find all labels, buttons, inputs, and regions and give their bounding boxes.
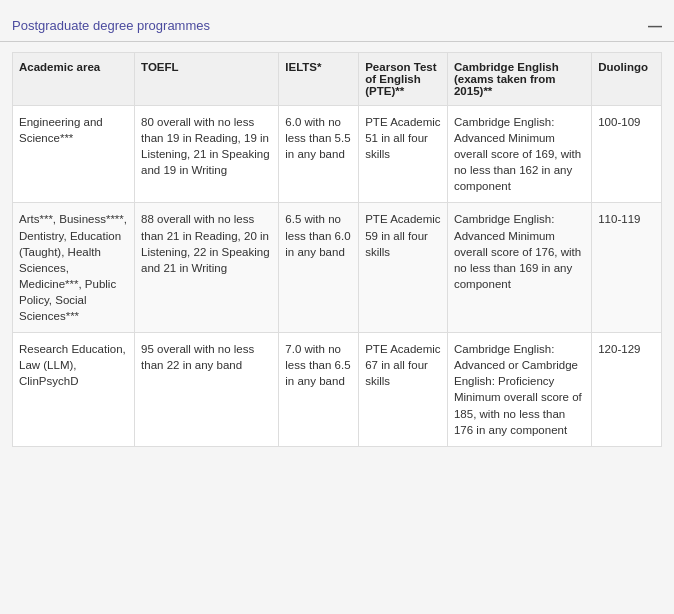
cell-ielts: 7.0 with no less than 6.5 in any band xyxy=(279,333,359,447)
table-header-row: Academic area TOEFL IELTS* Pearson Test … xyxy=(13,53,662,106)
cell-ielts: 6.0 with no less than 5.5 in any band xyxy=(279,106,359,203)
table-row: Engineering and Science***80 overall wit… xyxy=(13,106,662,203)
col-header-ielts: IELTS* xyxy=(279,53,359,106)
cell-toefl: 88 overall with no less than 21 in Readi… xyxy=(135,203,279,333)
cell-toefl: 95 overall with no less than 22 in any b… xyxy=(135,333,279,447)
col-header-duolingo: Duolingo xyxy=(592,53,662,106)
cell-cambridge: Cambridge English: Advanced Minimum over… xyxy=(447,106,591,203)
cell-cambridge: Cambridge English: Advanced Minimum over… xyxy=(447,203,591,333)
header-bar: Postgraduate degree programmes — xyxy=(0,10,674,42)
col-header-pte: Pearson Test of English (PTE)** xyxy=(359,53,448,106)
cell-academic: Research Education, Law (LLM), ClinPsych… xyxy=(13,333,135,447)
cell-academic: Arts***, Business****, Dentistry, Educat… xyxy=(13,203,135,333)
cell-duolingo: 110-119 xyxy=(592,203,662,333)
cell-pte: PTE Academic 67 in all four skills xyxy=(359,333,448,447)
cell-toefl: 80 overall with no less than 19 in Readi… xyxy=(135,106,279,203)
cell-academic: Engineering and Science*** xyxy=(13,106,135,203)
page-title: Postgraduate degree programmes xyxy=(12,18,210,33)
cell-duolingo: 100-109 xyxy=(592,106,662,203)
col-header-toefl: TOEFL xyxy=(135,53,279,106)
page-wrapper: Postgraduate degree programmes — Academi… xyxy=(0,0,674,457)
col-header-academic: Academic area xyxy=(13,53,135,106)
requirements-table: Academic area TOEFL IELTS* Pearson Test … xyxy=(12,52,662,447)
table-row: Research Education, Law (LLM), ClinPsych… xyxy=(13,333,662,447)
cell-pte: PTE Academic 51 in all four skills xyxy=(359,106,448,203)
table-row: Arts***, Business****, Dentistry, Educat… xyxy=(13,203,662,333)
table-container: Academic area TOEFL IELTS* Pearson Test … xyxy=(0,52,674,447)
cell-duolingo: 120-129 xyxy=(592,333,662,447)
collapse-icon[interactable]: — xyxy=(648,19,662,33)
cell-pte: PTE Academic 59 in all four skills xyxy=(359,203,448,333)
cell-ielts: 6.5 with no less than 6.0 in any band xyxy=(279,203,359,333)
cell-cambridge: Cambridge English: Advanced or Cambridge… xyxy=(447,333,591,447)
col-header-cambridge: Cambridge English (exams taken from 2015… xyxy=(447,53,591,106)
